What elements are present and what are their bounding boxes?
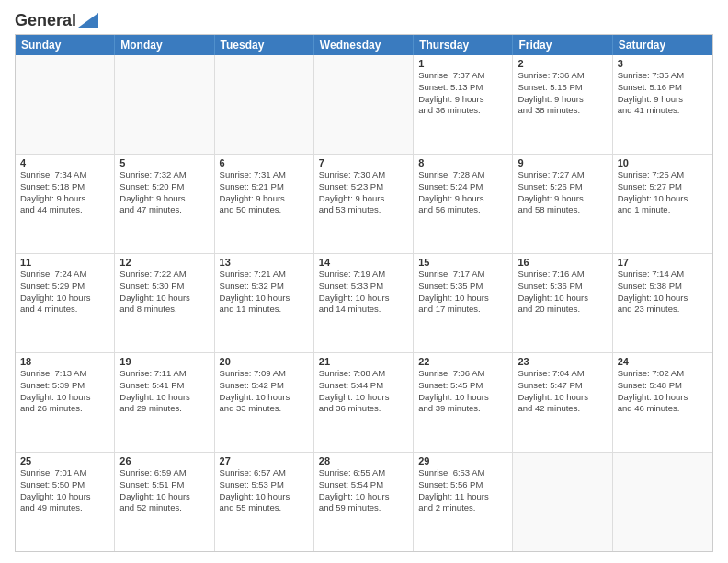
day-number: 22	[418, 356, 507, 367]
header-day-wednesday: Wednesday	[314, 35, 414, 55]
logo: General	[15, 11, 98, 27]
cal-cell: 13Sunrise: 7:21 AM Sunset: 5:32 PM Dayli…	[215, 254, 314, 352]
cell-text: Sunrise: 7:16 AM Sunset: 5:36 PM Dayligh…	[518, 269, 607, 316]
cal-row-2: 11Sunrise: 7:24 AM Sunset: 5:29 PM Dayli…	[16, 254, 712, 353]
day-number: 18	[20, 356, 109, 367]
cell-text: Sunrise: 7:06 AM Sunset: 5:45 PM Dayligh…	[418, 368, 507, 415]
cell-text: Sunrise: 7:01 AM Sunset: 5:50 PM Dayligh…	[20, 467, 109, 514]
cal-cell: 21Sunrise: 7:08 AM Sunset: 5:44 PM Dayli…	[314, 353, 414, 452]
day-number: 7	[319, 157, 408, 168]
day-number: 26	[119, 455, 209, 466]
cal-cell: 19Sunrise: 7:11 AM Sunset: 5:41 PM Dayli…	[115, 353, 214, 452]
header-day-sunday: Sunday	[16, 35, 115, 55]
cell-text: Sunrise: 7:13 AM Sunset: 5:39 PM Dayligh…	[20, 368, 109, 415]
header-day-monday: Monday	[115, 35, 214, 55]
cal-cell: 25Sunrise: 7:01 AM Sunset: 5:50 PM Dayli…	[16, 453, 115, 551]
cell-text: Sunrise: 7:27 AM Sunset: 5:26 PM Dayligh…	[518, 169, 607, 216]
day-number: 25	[20, 455, 109, 466]
header-day-friday: Friday	[513, 35, 612, 55]
cell-text: Sunrise: 7:14 AM Sunset: 5:38 PM Dayligh…	[618, 269, 708, 316]
day-number: 4	[20, 157, 109, 168]
cell-text: Sunrise: 7:34 AM Sunset: 5:18 PM Dayligh…	[20, 169, 109, 216]
day-number: 1	[418, 58, 507, 69]
calendar-body: 1Sunrise: 7:37 AM Sunset: 5:13 PM Daylig…	[16, 55, 712, 551]
cell-text: Sunrise: 7:08 AM Sunset: 5:44 PM Dayligh…	[319, 368, 408, 415]
cal-cell: 12Sunrise: 7:22 AM Sunset: 5:30 PM Dayli…	[115, 254, 214, 352]
day-number: 20	[220, 356, 309, 367]
cal-cell: 1Sunrise: 7:37 AM Sunset: 5:13 PM Daylig…	[414, 55, 513, 154]
cal-cell: 18Sunrise: 7:13 AM Sunset: 5:39 PM Dayli…	[16, 353, 115, 452]
cell-text: Sunrise: 7:36 AM Sunset: 5:15 PM Dayligh…	[518, 70, 607, 117]
cal-cell: 4Sunrise: 7:34 AM Sunset: 5:18 PM Daylig…	[16, 155, 115, 253]
cell-text: Sunrise: 7:04 AM Sunset: 5:47 PM Dayligh…	[518, 368, 607, 415]
cell-text: Sunrise: 7:11 AM Sunset: 5:41 PM Dayligh…	[119, 368, 209, 415]
day-number: 3	[618, 58, 708, 69]
calendar-header: SundayMondayTuesdayWednesdayThursdayFrid…	[16, 35, 712, 55]
cal-cell: 9Sunrise: 7:27 AM Sunset: 5:26 PM Daylig…	[513, 155, 612, 253]
cal-cell: 3Sunrise: 7:35 AM Sunset: 5:16 PM Daylig…	[613, 55, 712, 154]
day-number: 29	[418, 455, 507, 466]
cal-cell: 5Sunrise: 7:32 AM Sunset: 5:20 PM Daylig…	[115, 155, 214, 253]
cell-text: Sunrise: 7:17 AM Sunset: 5:35 PM Dayligh…	[418, 269, 507, 316]
day-number: 17	[618, 257, 708, 268]
cell-text: Sunrise: 7:37 AM Sunset: 5:13 PM Dayligh…	[418, 70, 507, 117]
cell-text: Sunrise: 7:22 AM Sunset: 5:30 PM Dayligh…	[119, 269, 209, 316]
cell-text: Sunrise: 6:57 AM Sunset: 5:53 PM Dayligh…	[220, 467, 309, 514]
cell-text: Sunrise: 6:53 AM Sunset: 5:56 PM Dayligh…	[418, 467, 507, 514]
cell-text: Sunrise: 7:19 AM Sunset: 5:33 PM Dayligh…	[319, 269, 408, 316]
cal-row-0: 1Sunrise: 7:37 AM Sunset: 5:13 PM Daylig…	[16, 55, 712, 155]
cal-cell: 20Sunrise: 7:09 AM Sunset: 5:42 PM Dayli…	[215, 353, 314, 452]
cal-cell	[613, 453, 712, 551]
cal-cell	[314, 55, 414, 154]
day-number: 9	[518, 157, 607, 168]
cal-cell	[115, 55, 214, 154]
day-number: 11	[20, 257, 109, 268]
cell-text: Sunrise: 6:59 AM Sunset: 5:51 PM Dayligh…	[119, 467, 209, 514]
cal-cell: 11Sunrise: 7:24 AM Sunset: 5:29 PM Dayli…	[16, 254, 115, 352]
cell-text: Sunrise: 7:28 AM Sunset: 5:24 PM Dayligh…	[418, 169, 507, 216]
cal-row-4: 25Sunrise: 7:01 AM Sunset: 5:50 PM Dayli…	[16, 453, 712, 551]
cal-cell	[215, 55, 314, 154]
day-number: 24	[618, 356, 708, 367]
header-day-thursday: Thursday	[414, 35, 513, 55]
cell-text: Sunrise: 7:35 AM Sunset: 5:16 PM Dayligh…	[618, 70, 708, 117]
cal-cell: 7Sunrise: 7:30 AM Sunset: 5:23 PM Daylig…	[314, 155, 414, 253]
day-number: 6	[220, 157, 309, 168]
cal-cell: 15Sunrise: 7:17 AM Sunset: 5:35 PM Dayli…	[414, 254, 513, 352]
cal-row-1: 4Sunrise: 7:34 AM Sunset: 5:18 PM Daylig…	[16, 155, 712, 254]
cell-text: Sunrise: 7:25 AM Sunset: 5:27 PM Dayligh…	[618, 169, 708, 216]
cell-text: Sunrise: 7:02 AM Sunset: 5:48 PM Dayligh…	[618, 368, 708, 415]
cal-cell	[16, 55, 115, 154]
day-number: 12	[119, 257, 209, 268]
cell-text: Sunrise: 7:31 AM Sunset: 5:21 PM Dayligh…	[220, 169, 309, 216]
day-number: 19	[119, 356, 209, 367]
day-number: 8	[418, 157, 507, 168]
cal-cell: 28Sunrise: 6:55 AM Sunset: 5:54 PM Dayli…	[314, 453, 414, 551]
day-number: 15	[418, 257, 507, 268]
cell-text: Sunrise: 7:30 AM Sunset: 5:23 PM Dayligh…	[319, 169, 408, 216]
day-number: 28	[319, 455, 408, 466]
day-number: 27	[220, 455, 309, 466]
day-number: 14	[319, 257, 408, 268]
day-number: 16	[518, 257, 607, 268]
cal-cell: 2Sunrise: 7:36 AM Sunset: 5:15 PM Daylig…	[513, 55, 612, 154]
cal-cell: 8Sunrise: 7:28 AM Sunset: 5:24 PM Daylig…	[414, 155, 513, 253]
cell-text: Sunrise: 7:21 AM Sunset: 5:32 PM Dayligh…	[220, 269, 309, 316]
day-number: 10	[618, 157, 708, 168]
header-day-tuesday: Tuesday	[215, 35, 314, 55]
cal-cell: 24Sunrise: 7:02 AM Sunset: 5:48 PM Dayli…	[613, 353, 712, 452]
cal-cell	[513, 453, 612, 551]
cal-cell: 10Sunrise: 7:25 AM Sunset: 5:27 PM Dayli…	[613, 155, 712, 253]
day-number: 5	[119, 157, 209, 168]
logo-icon	[78, 13, 98, 28]
cal-cell: 29Sunrise: 6:53 AM Sunset: 5:56 PM Dayli…	[414, 453, 513, 551]
calendar: SundayMondayTuesdayWednesdayThursdayFrid…	[15, 34, 713, 552]
cal-cell: 23Sunrise: 7:04 AM Sunset: 5:47 PM Dayli…	[513, 353, 612, 452]
cell-text: Sunrise: 6:55 AM Sunset: 5:54 PM Dayligh…	[319, 467, 408, 514]
header-day-saturday: Saturday	[613, 35, 712, 55]
cal-cell: 16Sunrise: 7:16 AM Sunset: 5:36 PM Dayli…	[513, 254, 612, 352]
header: General	[15, 11, 713, 27]
day-number: 13	[220, 257, 309, 268]
cal-cell: 14Sunrise: 7:19 AM Sunset: 5:33 PM Dayli…	[314, 254, 414, 352]
cal-cell: 26Sunrise: 6:59 AM Sunset: 5:51 PM Dayli…	[115, 453, 214, 551]
